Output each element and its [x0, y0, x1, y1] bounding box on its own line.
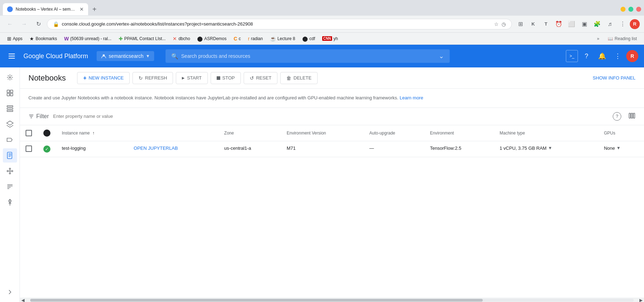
square-ext-icon[interactable]: ▣ [579, 18, 590, 30]
sidebar-icon-vertex[interactable] [3, 70, 17, 84]
bookmark-apps[interactable]: ⊞ Apps [4, 35, 25, 43]
th-checkbox [20, 125, 38, 141]
more-icon[interactable]: ⋮ [617, 18, 628, 30]
nav-icons: >_ ? 🔔 ⋮ R [566, 49, 638, 63]
ral-label: (50639 unread) - ral... [70, 36, 112, 41]
sidebar-icon-jobs[interactable] [3, 180, 17, 194]
close-window-button[interactable] [636, 7, 641, 12]
reading-list-label: Reading list [615, 36, 637, 41]
new-instance-button[interactable]: + NEW INSTANCE [77, 72, 130, 84]
bookmark-radian[interactable]: r radian [245, 35, 266, 43]
ppaml-label: PPAML Contact LIst... [124, 36, 166, 41]
user-avatar[interactable]: R [626, 50, 638, 62]
hamburger-menu[interactable] [6, 49, 18, 63]
bookmark-asrdemos[interactable]: ⬤ ASRDemos [194, 35, 229, 43]
delete-button[interactable]: 🗑 DELETE [280, 72, 318, 84]
kanji-ext-icon[interactable]: K [527, 18, 539, 30]
row-status-cell [38, 141, 56, 157]
bookmark-star-icon[interactable]: ☆ [494, 21, 499, 27]
filter-icon[interactable]: Filter [28, 113, 49, 120]
more-options-icon[interactable]: ⋮ [611, 49, 625, 63]
refresh-button[interactable]: ↻ REFRESH [132, 72, 173, 84]
c-label: c [239, 36, 241, 41]
forward-button[interactable]: → [18, 18, 30, 30]
terminal-icon[interactable]: >_ [566, 50, 578, 62]
filter-label: Filter [36, 113, 49, 120]
extensions-icon[interactable]: ⊞ [515, 18, 526, 30]
start-button[interactable]: ▶ START [176, 72, 207, 84]
row-checkbox[interactable] [26, 145, 32, 152]
sidebar-icon-labels[interactable] [3, 133, 17, 147]
gpus-dropdown-icon[interactable]: ▼ [616, 145, 621, 150]
reset-icon: ↺ [250, 75, 254, 81]
sidebar-icon-pin[interactable] [3, 195, 17, 209]
sidebar-expand-button[interactable] [3, 285, 17, 299]
text-ext-icon[interactable]: T [540, 18, 552, 30]
asrdemos-label: ASRDemos [204, 36, 227, 41]
maximize-button[interactable] [628, 7, 633, 12]
sidebar-icon-layers[interactable] [3, 117, 17, 131]
reading-list-button[interactable]: 📖 Reading list [605, 35, 640, 42]
bookmark-lecture8[interactable]: ☕ Lecture 8 [267, 35, 298, 43]
notifications-icon[interactable]: 🔔 [595, 49, 609, 63]
lecture-icon: ☕ [270, 36, 276, 42]
sidebar-icon-pipelines[interactable] [3, 164, 17, 178]
back-button[interactable]: ← [4, 18, 16, 30]
th-instance-name[interactable]: Instance name ↑ [56, 125, 128, 141]
bookmark-c[interactable]: C c [231, 35, 244, 43]
sidebar-icon-notebooks[interactable] [3, 148, 17, 163]
sidebar-icon-dashboard[interactable] [3, 86, 17, 100]
clock-ext-icon[interactable]: ⏰ [553, 18, 564, 30]
filter-columns-icon[interactable] [628, 112, 635, 121]
scroll-thumb[interactable] [30, 299, 483, 302]
address-bar: ← → ↻ 🔒 console.cloud.google.com/vertex-… [0, 16, 644, 33]
filter-input[interactable] [53, 114, 608, 119]
search-bar[interactable]: 🔍 Search products and resources ⌄ [166, 49, 450, 63]
svg-point-27 [11, 170, 13, 172]
bookmark-bookmarks[interactable]: ★ Bookmarks [27, 35, 60, 43]
svg-point-26 [7, 170, 8, 172]
reset-button[interactable]: ↺ RESET [244, 72, 277, 84]
filter-help-icon[interactable]: ? [613, 112, 621, 121]
scroll-left-arrow[interactable]: ◀ [20, 298, 26, 302]
sidebar-icon-data[interactable] [3, 101, 17, 116]
url-bar[interactable]: 🔒 console.cloud.google.com/vertex-ai/not… [47, 19, 512, 29]
machine-type-dropdown-icon[interactable]: ▼ [548, 145, 552, 150]
active-tab[interactable]: Notebooks – Vertex AI – semanti ✕ [3, 3, 88, 15]
bookmark-dbcho[interactable]: ✕ dbcho [170, 35, 193, 43]
env-version-value: M71 [287, 145, 296, 151]
horizontal-scrollbar[interactable]: ◀ ▶ [20, 298, 644, 302]
status-col-icon [43, 130, 50, 137]
new-tab-button[interactable]: + [91, 4, 98, 15]
profile-icon[interactable]: R [630, 19, 640, 29]
bookmark-ral[interactable]: W (50639 unread) - ral... [61, 35, 114, 43]
music-ext-icon[interactable]: ♬ [604, 18, 616, 30]
help-icon[interactable]: ? [579, 49, 594, 63]
browser-chrome: Notebooks – Vertex AI – semanti ✕ + ← → … [0, 0, 644, 45]
bookmark-ext-icon[interactable]: ⬜ [566, 18, 577, 30]
show-info-panel-button[interactable]: SHOW INFO PANEL [593, 75, 635, 81]
main-content: Notebooks + NEW INSTANCE ↻ REFRESH ▶ STA… [20, 67, 644, 302]
puzzle-ext-icon[interactable]: 🧩 [591, 18, 603, 30]
minimize-button[interactable] [621, 7, 626, 12]
bookmark-cdf[interactable]: ⬤ cdf [299, 35, 318, 43]
svg-rect-40 [629, 113, 631, 118]
learn-more-link[interactable]: Learn more [400, 95, 423, 100]
select-all-checkbox[interactable] [26, 130, 32, 136]
scroll-right-arrow[interactable]: ▶ [638, 298, 644, 302]
svg-rect-19 [7, 108, 13, 109]
history-icon[interactable]: ◷ [502, 21, 506, 27]
reload-button[interactable]: ↻ [33, 18, 44, 30]
star-icon: ★ [29, 36, 34, 42]
sort-icon: ↑ [92, 131, 94, 136]
open-jupyterlab-link[interactable]: OPEN JUPYTERLAB [134, 145, 178, 151]
tab-close-button[interactable]: ✕ [80, 6, 84, 12]
delete-icon: 🗑 [286, 75, 291, 81]
bookmark-yh[interactable]: CNN yh [319, 35, 341, 42]
project-selector[interactable]: semanticsearch ▼ [97, 51, 154, 61]
plus-icon: ✚ [119, 36, 123, 42]
bookmarks-more-button[interactable]: » [594, 35, 602, 42]
stop-button[interactable]: STOP [211, 72, 241, 84]
svg-rect-15 [10, 90, 12, 93]
bookmark-ppaml[interactable]: ✚ PPAML Contact LIst... [116, 35, 169, 43]
